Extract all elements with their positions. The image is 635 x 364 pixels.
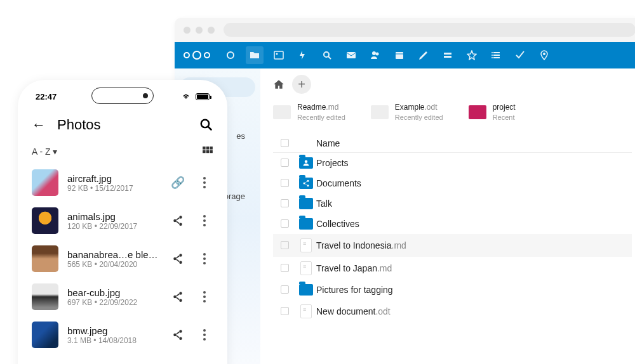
svg-line-24 [305, 184, 307, 185]
mail-icon[interactable] [342, 46, 360, 64]
select-all-checkbox[interactable] [281, 139, 289, 147]
row-checkbox[interactable] [281, 219, 289, 228]
home-icon[interactable] [273, 79, 284, 90]
files-main: + Readme.md Recently edited Example.odt … [260, 68, 635, 364]
reco-card-2[interactable]: project Recent [469, 103, 516, 122]
row-checkbox[interactable] [281, 241, 289, 249]
traffic-minimize[interactable] [196, 27, 203, 34]
traffic-close[interactable] [184, 27, 190, 34]
table-row[interactable]: Talk [273, 193, 632, 214]
battery-icon [196, 93, 210, 100]
reco-card-1[interactable]: Example.odt Recently edited [371, 103, 443, 122]
svg-point-15 [491, 52, 493, 53]
share-icon[interactable] [172, 215, 184, 226]
maps-icon[interactable] [535, 46, 553, 64]
share-icon[interactable] [172, 253, 184, 264]
svg-point-3 [324, 52, 329, 57]
photo-thumbnail [32, 169, 58, 196]
photo-meta: 92 KB • 15/12/2017 [67, 184, 160, 193]
svg-line-52 [177, 335, 180, 337]
table-row[interactable]: New document.odt [273, 300, 632, 323]
svg-point-18 [543, 53, 545, 55]
search-icon[interactable] [199, 118, 213, 132]
svg-point-35 [179, 223, 182, 226]
svg-point-50 [179, 337, 182, 340]
address-bar[interactable] [224, 23, 635, 37]
list-icon[interactable] [487, 46, 505, 64]
svg-point-22 [307, 185, 309, 186]
row-checkbox[interactable] [281, 159, 289, 167]
table-row[interactable]: Projects [273, 153, 632, 173]
svg-point-2 [276, 53, 278, 55]
activity-icon[interactable] [294, 46, 312, 64]
files-icon[interactable] [246, 46, 264, 64]
svg-point-43 [179, 292, 182, 295]
photo-info: bear-cub.jpg697 KB • 22/09/2022 [67, 287, 160, 307]
list-item[interactable]: bear-cub.jpg697 KB • 22/09/2022 [32, 278, 213, 316]
photo-info: bananabrea…e bleed.jpg565 KB • 20/04/202… [67, 249, 160, 269]
share-icon[interactable] [172, 329, 184, 341]
svg-rect-31 [206, 150, 210, 153]
traffic-maximize[interactable] [208, 27, 215, 34]
bookmarks-icon[interactable] [463, 46, 481, 64]
svg-rect-30 [203, 150, 206, 153]
tasks-icon[interactable] [511, 46, 529, 64]
folder-icon [299, 284, 313, 296]
dashboard-icon[interactable] [222, 46, 239, 64]
svg-rect-1 [274, 51, 283, 59]
page-title: Photos [57, 117, 188, 133]
more-button[interactable] [196, 329, 213, 341]
search-icon[interactable] [318, 46, 336, 64]
photo-info: aircraft.jpg92 KB • 15/12/2017 [67, 173, 160, 193]
link-icon[interactable]: 🔗 [171, 176, 185, 190]
svg-line-41 [177, 256, 180, 258]
table-row[interactable]: Collectives [273, 214, 632, 234]
table-row[interactable]: Travel to Indonesia.md [273, 234, 632, 257]
photo-name: aircraft.jpg [67, 173, 160, 184]
list-item[interactable]: aircraft.jpg92 KB • 15/12/2017🔗 [32, 164, 213, 202]
row-checkbox[interactable] [281, 264, 289, 272]
deck-icon[interactable] [439, 46, 457, 64]
list-item[interactable]: animals.jpg120 KB • 22/09/2017 [32, 202, 213, 240]
svg-point-38 [179, 254, 182, 257]
table-row[interactable]: Documents [273, 173, 632, 193]
svg-point-40 [179, 261, 182, 264]
row-checkbox[interactable] [281, 285, 289, 294]
new-button[interactable]: + [292, 75, 311, 94]
svg-rect-32 [210, 150, 213, 153]
reco-card-0[interactable]: Readme.md Recently edited [273, 103, 345, 122]
file-name: Documents [316, 178, 632, 188]
column-name[interactable]: Name [316, 138, 632, 148]
grid-view-icon[interactable] [202, 146, 213, 157]
recommended-row: Readme.md Recently edited Example.odt Re… [273, 103, 632, 122]
table-row[interactable]: Pictures for tagging [273, 280, 632, 300]
folder-icon [299, 218, 313, 230]
more-button[interactable] [196, 215, 213, 226]
table-row[interactable]: Travel to Japan.md [273, 257, 632, 280]
row-checkbox[interactable] [281, 179, 289, 187]
calendar-icon[interactable] [391, 46, 408, 64]
app-header: ← Photos [18, 105, 227, 140]
list-item[interactable]: bmw.jpeg3.1 MB • 14/08/2018 [32, 316, 213, 354]
more-button[interactable] [196, 253, 213, 264]
photos-icon[interactable] [270, 46, 288, 64]
folder-icon [299, 178, 313, 189]
nextcloud-logo[interactable] [184, 51, 210, 60]
list-item[interactable]: bananabrea…e bleed.jpg565 KB • 20/04/202… [32, 240, 213, 278]
sort-dropdown[interactable]: A - Z ▾ [32, 146, 57, 157]
row-checkbox[interactable] [281, 199, 289, 207]
file-name: Pictures for tagging [316, 285, 632, 295]
back-icon[interactable]: ← [32, 117, 46, 133]
file-name: Travel to Indonesia.md [316, 240, 632, 250]
row-checkbox[interactable] [281, 307, 289, 315]
svg-point-34 [173, 219, 177, 223]
more-button[interactable] [196, 177, 213, 188]
phone-mockup: 22:47 ᯤ ← Photos A - Z ▾ aircraft.jpg92 … [18, 80, 227, 364]
contacts-icon[interactable] [366, 46, 384, 64]
svg-point-6 [372, 51, 376, 55]
share-icon[interactable] [172, 291, 184, 302]
more-button[interactable] [196, 291, 213, 302]
svg-line-46 [177, 294, 180, 296]
svg-line-51 [177, 332, 180, 334]
notes-icon[interactable] [415, 46, 432, 64]
